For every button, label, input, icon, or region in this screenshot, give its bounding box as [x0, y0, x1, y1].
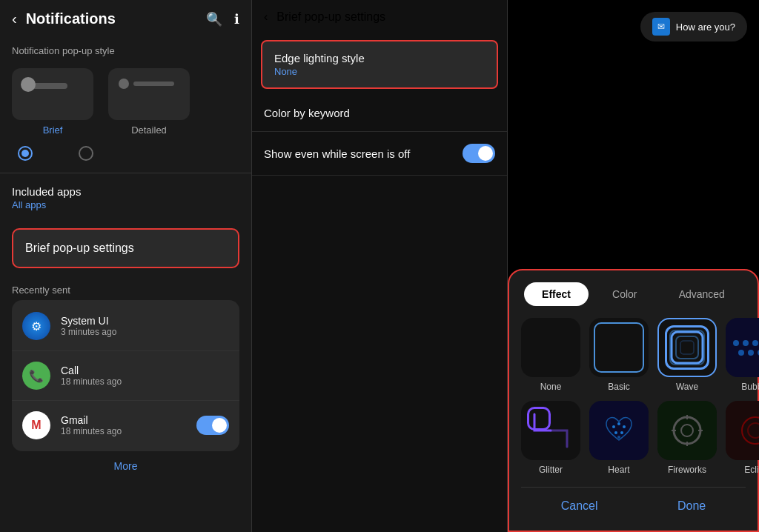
effect-heart-thumb [589, 401, 649, 460]
show-screen-off-row[interactable]: Show even while screen is off [252, 132, 507, 176]
system-ui-name: System UI [61, 315, 229, 327]
notifications-header: ‹ Notifications 🔍 ℹ [0, 0, 251, 38]
brief-option[interactable]: Brief [12, 68, 93, 136]
effect-wave-thumb [657, 318, 717, 377]
header-icons: 🔍 ℹ [206, 11, 239, 27]
effect-bubble[interactable]: Bubble [726, 318, 759, 392]
call-icon: 📞 [22, 362, 50, 390]
divider-app-1 [12, 350, 239, 351]
mail-icon: ✉ [652, 18, 670, 36]
screen-off-toggle[interactable] [463, 144, 495, 163]
effect-wave[interactable]: Wave [657, 318, 717, 392]
svg-point-3 [612, 425, 615, 428]
effect-glitter-label: Glitter [539, 465, 563, 475]
edge-lighting-row[interactable]: Edge lighting style None [261, 40, 498, 89]
mail-glyph: ✉ [657, 21, 665, 32]
tab-advanced[interactable]: Advanced [661, 282, 743, 306]
list-item[interactable]: 📞 Call 18 minutes ago [12, 354, 239, 397]
recently-sent-label: Recently sent [0, 277, 251, 300]
effects-grid: None Basic Wave [521, 318, 746, 475]
svg-point-16 [748, 423, 759, 438]
svg-point-9 [674, 417, 700, 444]
included-apps-title: Included apps [12, 185, 239, 198]
dot [752, 340, 758, 346]
svg-rect-2 [680, 341, 694, 354]
effect-heart[interactable]: Heart [589, 401, 649, 475]
brief-popup-settings-row[interactable]: Brief pop-up settings [12, 228, 239, 268]
list-item[interactable]: ⚙ System UI 3 minutes ago [12, 305, 239, 348]
svg-point-6 [614, 431, 617, 434]
brief-header: ‹ Brief pop-up settings [252, 0, 507, 34]
dot [733, 340, 739, 346]
effect-heart-label: Heart [608, 465, 629, 475]
effect-wave-label: Wave [676, 382, 698, 392]
color-by-keyword-row[interactable]: Color by keyword [252, 95, 507, 132]
dot [748, 350, 754, 356]
call-glyph: 📞 [29, 369, 44, 383]
effect-glitter[interactable]: Glitter [521, 401, 580, 475]
popup-style-label: Notification pop-up style [0, 38, 251, 61]
glitter-svg [528, 408, 573, 453]
how-are-you-text: How are you? [676, 21, 735, 33]
recent-apps-list: ⚙ System UI 3 minutes ago 📞 Call 18 minu… [12, 300, 239, 451]
system-ui-glyph: ⚙ [31, 319, 42, 333]
effect-fireworks-label: Fireworks [668, 465, 706, 475]
effect-basic[interactable]: Basic [589, 318, 649, 392]
svg-point-15 [742, 417, 759, 444]
color-by-keyword-label: Color by keyword [264, 107, 350, 119]
divider-app-2 [12, 400, 239, 401]
cancel-button[interactable]: Cancel [537, 493, 622, 519]
gmail-time: 18 minutes ago [61, 426, 186, 436]
gmail-glyph: M [31, 419, 41, 432]
effect-bubble-thumb [726, 318, 759, 377]
edge-lighting-value: None [274, 66, 485, 77]
list-item[interactable]: M Gmail 18 minutes ago [12, 404, 239, 447]
done-button[interactable]: Done [654, 493, 729, 519]
info-icon[interactable]: ℹ [234, 11, 239, 27]
notifications-panel: ‹ Notifications 🔍 ℹ Notification pop-up … [0, 0, 252, 532]
how-are-you-notification[interactable]: ✉ How are you? [640, 12, 747, 41]
effect-fireworks[interactable]: Fireworks [657, 401, 717, 475]
brief-back-button[interactable]: ‹ [264, 10, 268, 24]
svg-point-10 [681, 425, 693, 436]
ecli-svg [737, 412, 759, 449]
detailed-option[interactable]: Detailed [108, 68, 190, 136]
gmail-name: Gmail [61, 414, 186, 426]
tab-effect[interactable]: Effect [524, 282, 589, 306]
svg-point-4 [617, 422, 620, 425]
more-button[interactable]: More [0, 451, 251, 481]
back-button[interactable]: ‹ [12, 10, 17, 27]
effect-buttons: Cancel Done [521, 487, 746, 519]
effect-basic-label: Basic [608, 382, 629, 392]
brief-popup-title: Brief pop-up settings [276, 10, 385, 24]
effect-panel: Effect Color Advanced None Basic [508, 269, 759, 532]
dot [743, 340, 749, 346]
system-ui-info: System UI 3 minutes ago [61, 315, 229, 337]
gmail-toggle[interactable] [196, 416, 229, 435]
detailed-label: Detailed [131, 124, 167, 136]
edge-lighting-title: Edge lighting style [274, 52, 485, 64]
detailed-preview [108, 68, 190, 120]
effect-ecli[interactable]: Ecli... [726, 401, 759, 475]
fireworks-svg [669, 412, 706, 449]
effect-ecli-thumb [726, 401, 759, 460]
show-screen-off-label: Show even while screen is off [264, 147, 410, 160]
detailed-radio[interactable] [79, 146, 93, 161]
call-time: 18 minutes ago [61, 376, 229, 387]
included-apps-subtitle: All apps [12, 199, 239, 210]
svg-rect-1 [676, 336, 698, 359]
heart-svg [600, 412, 637, 449]
svg-rect-0 [672, 332, 703, 363]
brief-popup-panel: ‹ Brief pop-up settings Edge lighting st… [252, 0, 508, 532]
effect-none-thumb [521, 318, 580, 377]
svg-point-8 [617, 436, 620, 439]
effect-basic-thumb [589, 318, 649, 377]
dot [738, 350, 744, 356]
search-icon[interactable]: 🔍 [206, 11, 222, 27]
effect-none[interactable]: None [521, 318, 580, 392]
effect-none-label: None [540, 382, 562, 392]
included-apps-section[interactable]: Included apps All apps [0, 176, 251, 219]
notifications-title: Notifications [26, 10, 197, 27]
tab-color[interactable]: Color [594, 282, 654, 306]
brief-radio[interactable] [18, 146, 33, 161]
